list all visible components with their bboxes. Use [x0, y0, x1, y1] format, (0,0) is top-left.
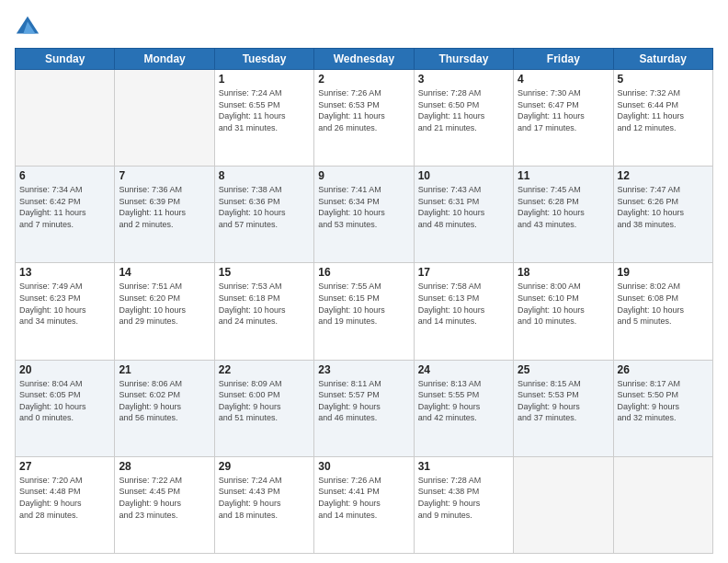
calendar-cell: 29Sunrise: 7:24 AM Sunset: 4:43 PM Dayli…: [214, 456, 313, 553]
day-info: Sunrise: 7:22 AM Sunset: 4:45 PM Dayligh…: [119, 475, 210, 521]
calendar-cell: 4Sunrise: 7:30 AM Sunset: 6:47 PM Daylig…: [514, 70, 613, 167]
day-info: Sunrise: 8:17 AM Sunset: 5:50 PM Dayligh…: [618, 378, 709, 424]
day-info: Sunrise: 7:47 AM Sunset: 6:26 PM Dayligh…: [618, 184, 709, 230]
calendar-cell: 30Sunrise: 7:26 AM Sunset: 4:41 PM Dayli…: [314, 456, 414, 553]
day-number: 10: [418, 169, 509, 182]
day-number: 23: [318, 363, 409, 376]
header: [15, 15, 713, 40]
week-row-2: 6Sunrise: 7:34 AM Sunset: 6:42 PM Daylig…: [16, 167, 713, 263]
week-row-3: 13Sunrise: 7:49 AM Sunset: 6:23 PM Dayli…: [16, 263, 713, 360]
week-row-5: 27Sunrise: 7:20 AM Sunset: 4:48 PM Dayli…: [16, 456, 713, 553]
day-info: Sunrise: 7:51 AM Sunset: 6:20 PM Dayligh…: [119, 281, 210, 327]
logo: [15, 15, 44, 40]
calendar-cell: 19Sunrise: 8:02 AM Sunset: 6:08 PM Dayli…: [613, 263, 712, 360]
day-number: 2: [318, 73, 409, 86]
day-info: Sunrise: 7:26 AM Sunset: 4:41 PM Dayligh…: [318, 475, 409, 521]
day-header-thursday: Thursday: [414, 49, 513, 70]
calendar-cell: 28Sunrise: 7:22 AM Sunset: 4:45 PM Dayli…: [115, 456, 214, 553]
day-info: Sunrise: 7:20 AM Sunset: 4:48 PM Dayligh…: [19, 475, 110, 521]
calendar-cell: 20Sunrise: 8:04 AM Sunset: 6:05 PM Dayli…: [16, 360, 115, 456]
day-number: 21: [119, 363, 210, 376]
day-info: Sunrise: 7:36 AM Sunset: 6:39 PM Dayligh…: [119, 184, 210, 230]
calendar-cell: 6Sunrise: 7:34 AM Sunset: 6:42 PM Daylig…: [16, 167, 115, 263]
day-number: 13: [19, 266, 110, 279]
day-info: Sunrise: 8:04 AM Sunset: 6:05 PM Dayligh…: [19, 378, 110, 424]
day-number: 22: [219, 363, 310, 376]
calendar-cell: 27Sunrise: 7:20 AM Sunset: 4:48 PM Dayli…: [16, 456, 115, 553]
day-number: 1: [219, 73, 310, 86]
day-number: 6: [19, 169, 110, 182]
calendar-cell: 7Sunrise: 7:36 AM Sunset: 6:39 PM Daylig…: [115, 167, 214, 263]
day-info: Sunrise: 8:11 AM Sunset: 5:57 PM Dayligh…: [318, 378, 409, 424]
day-header-tuesday: Tuesday: [214, 49, 313, 70]
day-info: Sunrise: 7:45 AM Sunset: 6:28 PM Dayligh…: [518, 184, 609, 230]
day-number: 11: [518, 169, 609, 182]
day-info: Sunrise: 7:28 AM Sunset: 6:50 PM Dayligh…: [418, 87, 509, 133]
day-info: Sunrise: 7:38 AM Sunset: 6:36 PM Dayligh…: [219, 184, 310, 230]
day-info: Sunrise: 8:06 AM Sunset: 6:02 PM Dayligh…: [119, 378, 210, 424]
day-number: 27: [19, 460, 110, 473]
calendar-cell: 9Sunrise: 7:41 AM Sunset: 6:34 PM Daylig…: [314, 167, 414, 263]
day-info: Sunrise: 8:09 AM Sunset: 6:00 PM Dayligh…: [219, 378, 310, 424]
calendar-cell: 18Sunrise: 8:00 AM Sunset: 6:10 PM Dayli…: [514, 263, 613, 360]
day-number: 20: [19, 363, 110, 376]
calendar-cell: [613, 456, 712, 553]
week-row-1: 1Sunrise: 7:24 AM Sunset: 6:55 PM Daylig…: [16, 70, 713, 167]
day-number: 4: [518, 73, 609, 86]
calendar-cell: 2Sunrise: 7:26 AM Sunset: 6:53 PM Daylig…: [314, 70, 414, 167]
calendar-cell: 1Sunrise: 7:24 AM Sunset: 6:55 PM Daylig…: [214, 70, 313, 167]
calendar-cell: [115, 70, 214, 167]
calendar-cell: 3Sunrise: 7:28 AM Sunset: 6:50 PM Daylig…: [414, 70, 513, 167]
calendar-cell: 10Sunrise: 7:43 AM Sunset: 6:31 PM Dayli…: [414, 167, 513, 263]
day-info: Sunrise: 7:58 AM Sunset: 6:13 PM Dayligh…: [418, 281, 509, 327]
calendar: SundayMondayTuesdayWednesdayThursdayFrid…: [15, 48, 713, 554]
day-info: Sunrise: 8:13 AM Sunset: 5:55 PM Dayligh…: [418, 378, 509, 424]
calendar-cell: 15Sunrise: 7:53 AM Sunset: 6:18 PM Dayli…: [214, 263, 313, 360]
calendar-cell: 13Sunrise: 7:49 AM Sunset: 6:23 PM Dayli…: [16, 263, 115, 360]
calendar-cell: 5Sunrise: 7:32 AM Sunset: 6:44 PM Daylig…: [613, 70, 712, 167]
calendar-cell: 24Sunrise: 8:13 AM Sunset: 5:55 PM Dayli…: [414, 360, 513, 456]
day-number: 30: [318, 460, 409, 473]
day-info: Sunrise: 8:00 AM Sunset: 6:10 PM Dayligh…: [518, 281, 609, 327]
day-number: 24: [418, 363, 509, 376]
day-number: 18: [518, 266, 609, 279]
day-number: 8: [219, 169, 310, 182]
day-info: Sunrise: 7:32 AM Sunset: 6:44 PM Dayligh…: [618, 87, 709, 133]
calendar-cell: [514, 456, 613, 553]
day-number: 26: [618, 363, 709, 376]
calendar-cell: 25Sunrise: 8:15 AM Sunset: 5:53 PM Dayli…: [514, 360, 613, 456]
calendar-cell: 8Sunrise: 7:38 AM Sunset: 6:36 PM Daylig…: [214, 167, 313, 263]
day-info: Sunrise: 8:15 AM Sunset: 5:53 PM Dayligh…: [518, 378, 609, 424]
day-info: Sunrise: 8:02 AM Sunset: 6:08 PM Dayligh…: [618, 281, 709, 327]
calendar-cell: 11Sunrise: 7:45 AM Sunset: 6:28 PM Dayli…: [514, 167, 613, 263]
day-header-saturday: Saturday: [613, 49, 712, 70]
calendar-cell: 12Sunrise: 7:47 AM Sunset: 6:26 PM Dayli…: [613, 167, 712, 263]
day-number: 15: [219, 266, 310, 279]
day-number: 28: [119, 460, 210, 473]
calendar-cell: [16, 70, 115, 167]
day-number: 14: [119, 266, 210, 279]
day-info: Sunrise: 7:30 AM Sunset: 6:47 PM Dayligh…: [518, 87, 609, 133]
day-number: 19: [618, 266, 709, 279]
day-number: 29: [219, 460, 310, 473]
day-info: Sunrise: 7:41 AM Sunset: 6:34 PM Dayligh…: [318, 184, 409, 230]
calendar-cell: 16Sunrise: 7:55 AM Sunset: 6:15 PM Dayli…: [314, 263, 414, 360]
day-header-friday: Friday: [514, 49, 613, 70]
day-number: 16: [318, 266, 409, 279]
day-info: Sunrise: 7:24 AM Sunset: 6:55 PM Dayligh…: [219, 87, 310, 133]
day-number: 17: [418, 266, 509, 279]
calendar-cell: 31Sunrise: 7:28 AM Sunset: 4:38 PM Dayli…: [414, 456, 513, 553]
day-info: Sunrise: 7:53 AM Sunset: 6:18 PM Dayligh…: [219, 281, 310, 327]
day-number: 12: [618, 169, 709, 182]
day-number: 5: [618, 73, 709, 86]
day-number: 3: [418, 73, 509, 86]
page: SundayMondayTuesdayWednesdayThursdayFrid…: [0, 0, 728, 563]
day-info: Sunrise: 7:43 AM Sunset: 6:31 PM Dayligh…: [418, 184, 509, 230]
day-number: 7: [119, 169, 210, 182]
day-number: 31: [418, 460, 509, 473]
calendar-cell: 22Sunrise: 8:09 AM Sunset: 6:00 PM Dayli…: [214, 360, 313, 456]
day-header-monday: Monday: [115, 49, 214, 70]
day-info: Sunrise: 7:24 AM Sunset: 4:43 PM Dayligh…: [219, 475, 310, 521]
day-info: Sunrise: 7:28 AM Sunset: 4:38 PM Dayligh…: [418, 475, 509, 521]
logo-icon: [15, 15, 40, 40]
